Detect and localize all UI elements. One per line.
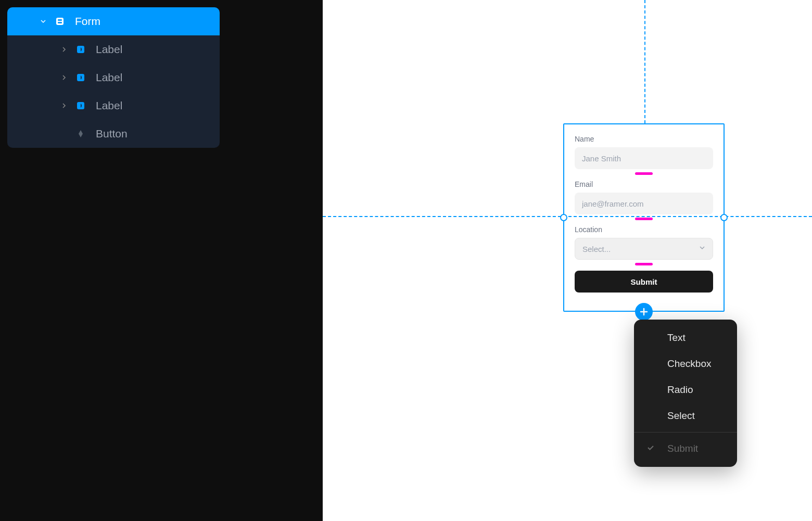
resize-handle-right[interactable] xyxy=(720,214,728,221)
name-input[interactable] xyxy=(575,147,713,169)
chevron-right-icon xyxy=(60,75,68,80)
field-name: Name xyxy=(575,135,713,169)
layer-label-0[interactable]: Label xyxy=(7,35,220,63)
add-element-menu: Text Checkbox Radio Select Submit xyxy=(634,320,737,467)
form-icon xyxy=(54,16,66,27)
component-icon xyxy=(75,44,86,55)
layer-label-2[interactable]: Label xyxy=(7,92,220,120)
spacing-indicator xyxy=(635,263,653,265)
menu-checkbox[interactable]: Checkbox xyxy=(634,351,737,377)
layer-label-1[interactable]: Label xyxy=(7,63,220,92)
layer-label: Button xyxy=(96,128,128,140)
chevron-right-icon xyxy=(60,103,68,108)
layers-panel: Form Label Label xyxy=(7,7,220,148)
menu-select[interactable]: Select xyxy=(634,403,737,429)
form-preview: Name Email Location Select... xyxy=(564,124,724,303)
layer-form[interactable]: Form xyxy=(7,7,220,35)
menu-submit-label: Submit xyxy=(667,443,698,454)
menu-radio[interactable]: Radio xyxy=(634,377,737,403)
resize-handle-left[interactable] xyxy=(560,214,567,221)
svg-rect-2 xyxy=(58,22,62,23)
field-email: Email xyxy=(575,180,713,214)
component-icon xyxy=(75,72,86,83)
layer-label: Label xyxy=(96,71,122,84)
chevron-right-icon xyxy=(60,47,68,52)
menu-text[interactable]: Text xyxy=(634,325,737,351)
layer-label: Form xyxy=(75,15,100,28)
spacing-indicator xyxy=(635,218,653,220)
menu-submit[interactable]: Submit xyxy=(634,436,737,462)
email-input[interactable] xyxy=(575,193,713,214)
email-label: Email xyxy=(575,180,713,188)
chevron-down-icon xyxy=(40,19,47,24)
check-icon xyxy=(646,443,655,454)
svg-rect-0 xyxy=(56,18,64,25)
selection-box[interactable]: Name Email Location Select... xyxy=(563,123,725,312)
diamond-icon xyxy=(75,128,86,139)
add-element-button[interactable] xyxy=(635,303,653,321)
name-label: Name xyxy=(575,135,713,143)
location-label: Location xyxy=(575,225,713,234)
canvas[interactable]: Name Email Location Select... xyxy=(323,0,812,521)
spacing-indicator xyxy=(635,172,653,175)
alignment-guide-vertical xyxy=(644,0,645,123)
layer-button[interactable]: Button xyxy=(7,120,220,148)
select-placeholder: Select... xyxy=(582,245,611,253)
menu-divider xyxy=(634,432,737,433)
submit-button[interactable]: Submit xyxy=(575,271,713,293)
location-select-wrapper: Select... xyxy=(575,238,713,260)
layer-label: Label xyxy=(96,99,122,112)
sidebar: Form Label Label xyxy=(0,0,323,521)
svg-rect-1 xyxy=(58,19,62,21)
component-icon xyxy=(75,100,86,111)
layer-label: Label xyxy=(96,43,122,56)
field-location: Location Select... xyxy=(575,225,713,260)
location-select[interactable]: Select... xyxy=(575,238,713,260)
